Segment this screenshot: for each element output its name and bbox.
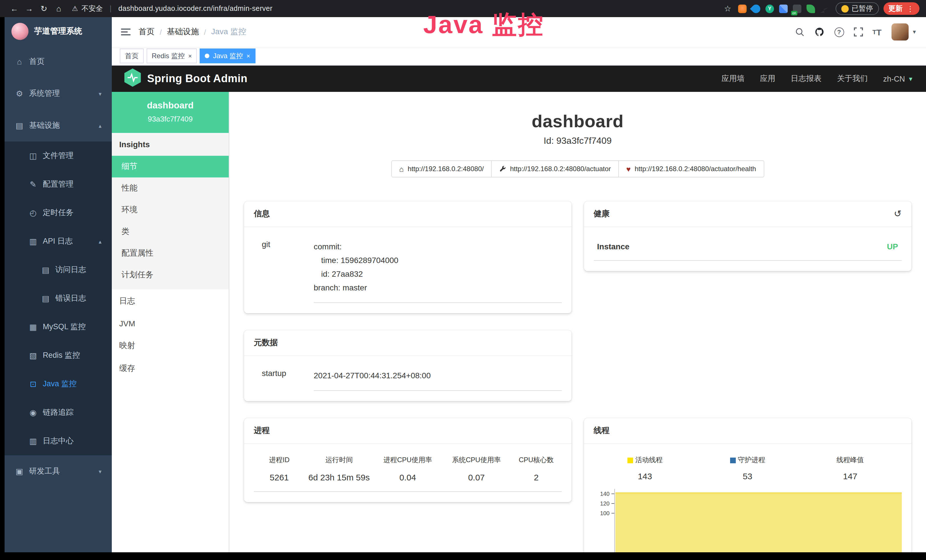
not-secure-warning-icon: ⚠ (72, 5, 78, 12)
git-id-line: id: 27aa832 (314, 267, 562, 281)
card-title: 元数据 (254, 338, 278, 348)
orange-extension-icon[interactable] (738, 4, 747, 13)
close-icon[interactable]: × (188, 53, 192, 59)
sba-item-details[interactable]: 细节 (112, 156, 229, 177)
tag-home[interactable]: 首页 (120, 48, 144, 64)
sidebar-item-label: Redis 监控 (43, 350, 80, 360)
card-title: 健康 (594, 209, 610, 219)
health-url-link[interactable]: ♥ http://192.168.0.2:48080/actuator/heal… (618, 160, 764, 177)
sba-item-jvm[interactable]: JVM (112, 313, 229, 334)
breadcrumb-separator: / (160, 28, 162, 36)
sba-item-logs[interactable]: 日志 (112, 291, 229, 312)
github-icon[interactable] (814, 27, 825, 37)
sba-item-caches[interactable]: 缓存 (112, 358, 229, 380)
health-card: 健康 ↺ Instance UP (584, 201, 911, 271)
sidebar-item-label: 配置管理 (43, 179, 74, 189)
paused-badge[interactable]: 已暂停 (835, 2, 879, 15)
legend-value: 143 (594, 471, 696, 481)
sba-locale-value: zh-CN (883, 74, 905, 83)
sidebar-item-mysql-monitor[interactable]: ▦ MySQL 监控 (5, 313, 112, 341)
active-threads-swatch (627, 457, 633, 463)
sba-item-metrics[interactable]: 性能 (112, 177, 229, 199)
back-icon[interactable]: ← (7, 4, 22, 13)
green-circle-extension-icon[interactable] (766, 4, 774, 13)
sidebar-item-tracing[interactable]: ◉ 链路追踪 (5, 398, 112, 427)
user-menu[interactable]: ▼ (891, 23, 917, 41)
breadcrumb-infrastructure[interactable]: 基础设施 (167, 27, 199, 37)
document-icon: ▤ (41, 294, 50, 303)
sba-item-config-props[interactable]: 配置属性 (112, 242, 229, 264)
card-title: 进程 (254, 425, 270, 436)
chevron-down-icon: ▼ (912, 29, 917, 35)
app-logo-title: 芋道管理系统 (34, 26, 82, 36)
chevron-down-icon: ▾ (99, 91, 101, 97)
infrastructure-submenu: ◫ 文件管理 ✎ 配置管理 ◴ 定时任务 ▥ API 日志 ▴ (5, 141, 112, 455)
info-card: 信息 git commit: time: 1596289704000 (244, 201, 572, 313)
sidebar-item-config-management[interactable]: ✎ 配置管理 (5, 170, 112, 198)
actuator-url-link[interactable]: http://192.168.0.2:48080/actuator (491, 160, 619, 177)
navbar-tools: ? TT ▼ (795, 23, 917, 41)
tag-redis-monitor[interactable]: Redis 监控 × (147, 48, 197, 64)
sidebar-item-home[interactable]: ⌂ 首页 (5, 45, 112, 77)
app-logo[interactable]: 芋道管理系统 (5, 17, 112, 45)
sidebar-item-file-management[interactable]: ◫ 文件管理 (5, 141, 112, 170)
sba-nav-journal[interactable]: 日志报表 (791, 74, 822, 84)
sidebar-item-scheduled-jobs[interactable]: ◴ 定时任务 (5, 198, 112, 227)
sba-locale-select[interactable]: zh-CN ▼ (883, 74, 914, 83)
close-icon[interactable]: × (247, 53, 250, 59)
browser-home-icon[interactable]: ⌂ (51, 4, 66, 13)
font-size-icon[interactable]: TT (872, 27, 882, 37)
sba-nav-applications[interactable]: 应用 (760, 74, 775, 84)
forward-icon[interactable]: → (22, 4, 36, 13)
reload-icon[interactable]: ↻ (36, 4, 51, 13)
leaf-extension-icon[interactable] (806, 4, 815, 13)
history-icon[interactable]: ↺ (894, 209, 902, 218)
blue-drop-extension-icon[interactable] (750, 3, 762, 15)
sba-brand[interactable]: Spring Boot Admin (147, 73, 248, 85)
tags-bar: 首页 Redis 监控 × Java 监控 × (112, 47, 926, 66)
proxy-extension-icon[interactable]: on (793, 4, 801, 13)
sba-item-scheduled-tasks[interactable]: 计划任务 (112, 264, 229, 286)
metadata-key: startup (254, 369, 314, 391)
link-label: http://192.168.0.2:48080/ (408, 165, 484, 173)
sidebar-item-java-monitor[interactable]: ⊡ Java 监控 (5, 370, 112, 398)
sidebar-item-log-center[interactable]: ▥ 日志中心 (5, 427, 112, 455)
sba-app-header: dashboard 93a3fc7f7409 (112, 92, 229, 133)
service-url-link[interactable]: ⌂ http://192.168.0.2:48080/ (391, 160, 492, 177)
browser-menu-icon[interactable]: ⋮ (906, 4, 914, 13)
app-sidebar: 芋道管理系统 ⌂ 首页 ⚙ 系统管理 ▾ ▤ 基础设施 ▴ (5, 17, 112, 552)
sba-nav-wallboard[interactable]: 应用墙 (722, 74, 744, 84)
sba-nav-about[interactable]: 关于我们 (837, 74, 868, 84)
sba-item-environment[interactable]: 环境 (112, 199, 229, 221)
breadcrumb-current: Java 监控 (211, 27, 247, 37)
update-button[interactable]: 更新 ⋮ (883, 2, 919, 15)
sba-item-classes[interactable]: 类 (112, 221, 229, 242)
java-monitor-icon: ⊡ (29, 380, 38, 389)
chevron-up-icon: ▴ (99, 238, 101, 244)
breadcrumb-home[interactable]: 首页 (139, 27, 154, 37)
cell-value: 2 (511, 472, 561, 482)
tag-java-monitor[interactable]: Java 监控 × (200, 48, 255, 64)
wrench-icon (499, 165, 506, 172)
bookmark-star-icon[interactable]: ☆ (724, 4, 731, 13)
git-commit-line: commit: (314, 240, 562, 253)
sidebar-item-api-logs[interactable]: ▥ API 日志 ▴ (5, 227, 112, 256)
metadata-startup-row: startup 2021-04-27T00:44:31.254+08:00 (254, 362, 562, 391)
sidebar-item-error-logs[interactable]: ▤ 错误日志 (5, 284, 112, 313)
annotation-text: Java 监控 (423, 8, 544, 42)
sidebar-item-infrastructure[interactable]: ▤ 基础设施 ▴ (5, 109, 112, 141)
search-icon[interactable] (795, 27, 805, 37)
sidebar-item-system[interactable]: ⚙ 系统管理 ▾ (5, 77, 112, 109)
sidebar-item-dev-tools[interactable]: ▣ 研发工具 ▾ (5, 455, 112, 487)
dark-extension-icon[interactable] (820, 4, 829, 13)
gear-icon: ⚙ (15, 89, 24, 98)
sidebar-item-access-logs[interactable]: ▤ 访问日志 (5, 256, 112, 284)
fullscreen-icon[interactable] (853, 27, 863, 36)
address-bar[interactable]: ⚠ 不安全 | dashboard.yudao.iocoder.cn/infra… (72, 4, 272, 14)
hamburger-icon[interactable] (121, 29, 131, 35)
sidebar-item-redis-monitor[interactable]: ▧ Redis 监控 (5, 341, 112, 370)
sba-item-mappings[interactable]: 映射 (112, 335, 229, 357)
blue-grid-extension-icon[interactable] (779, 4, 788, 13)
help-icon[interactable]: ? (834, 27, 844, 37)
screen: ← → ↻ ⌂ ⚠ 不安全 | dashboard.yudao.iocoder.… (0, 0, 926, 560)
